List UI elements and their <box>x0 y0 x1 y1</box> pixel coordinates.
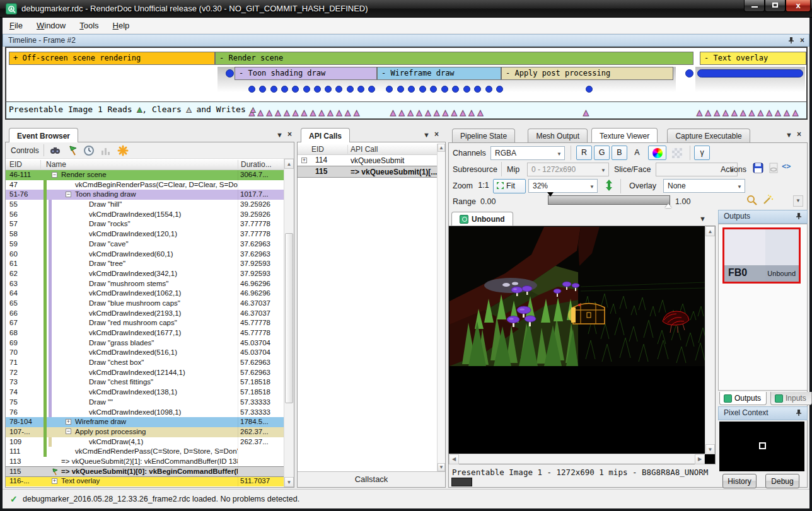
event-row-67[interactable]: 67Draw "red mushroom caps"45.77778 <box>6 318 284 328</box>
panel-close-icon[interactable]: × <box>797 130 801 139</box>
fb0-thumbnail[interactable]: FB0 Unbound <box>722 227 801 284</box>
event-row-59[interactable]: 59Draw "cave"37.62963 <box>6 239 284 250</box>
scroll-left-icon[interactable]: ◀ <box>449 454 459 464</box>
channel-alpha-button[interactable]: A <box>629 146 645 160</box>
event-row-115[interactable]: 115=> vkQueueSubmit(1)[0]: vkBeginComman… <box>6 467 284 477</box>
texture-viewer-canvas[interactable]: ▲ ▼ ◀ ▶ <box>448 226 716 464</box>
menu-tools[interactable]: Tools <box>72 18 105 34</box>
collapse-icon[interactable]: − <box>52 172 57 178</box>
close-button[interactable]: x <box>786 0 811 12</box>
channels-select[interactable]: RGBA▼ <box>490 146 565 160</box>
minimize-button[interactable] <box>744 0 765 12</box>
api-call-row-114[interactable]: 114+vkQueueSubmit <box>298 155 437 166</box>
goto-resource-icon[interactable]: <> <box>782 162 794 175</box>
event-row-75[interactable]: 75Draw ""57.33333 <box>6 398 284 408</box>
event-row-46-111[interactable]: 46-111−Render scene3064.7... <box>6 170 284 180</box>
event-row-74[interactable]: 74vkCmdDrawIndexed(138,1)57.18518 <box>6 388 284 398</box>
event-row-55[interactable]: 55Draw "hill"39.25926 <box>6 200 284 210</box>
scroll-down-icon[interactable]: ▼ <box>438 463 445 471</box>
tab-texture-viewer[interactable]: Texture Viewer <box>591 128 658 142</box>
event-row-78-104[interactable]: 78-104+Wireframe draw1784.5... <box>6 417 284 427</box>
tab-api-calls[interactable]: API Calls <box>301 128 350 142</box>
save-texture-icon[interactable] <box>752 162 765 175</box>
scrollbar-thumb[interactable] <box>285 233 293 403</box>
event-browser-column-header[interactable]: EID Name Duratio... <box>6 159 284 170</box>
collapse-icon[interactable]: − <box>66 428 71 434</box>
event-row-60[interactable]: 60vkCmdDrawIndexed(60,1)37.62963 <box>6 250 284 260</box>
range-max-value[interactable]: 1.00 <box>675 197 690 206</box>
event-row-70[interactable]: 70vkCmdDrawIndexed(516,1)45.03704 <box>6 348 284 358</box>
mip-select[interactable]: 0 - 1272x690▼ <box>527 163 609 176</box>
event-row-116-...[interactable]: 116-...+Text overlay511.7037 <box>6 476 284 486</box>
menu-help[interactable]: Help <box>106 18 137 34</box>
tab-capture-executable[interactable]: Capture Executable <box>667 129 750 142</box>
panel-menu-icon[interactable]: ▼ <box>276 131 283 139</box>
event-row-107-...[interactable]: 107-...−Apply post processing262.37... <box>6 427 284 437</box>
zoom-1to1-button[interactable]: 1:1 <box>475 179 492 193</box>
event-row-51-76[interactable]: 51-76−Toon shading draw1017.7... <box>6 190 284 200</box>
open-link-icon[interactable] <box>768 162 780 175</box>
viewer-vscrollbar[interactable]: ▲ ▼ <box>705 226 715 454</box>
range-white-handle[interactable] <box>665 200 671 208</box>
pin-icon[interactable] <box>796 409 802 418</box>
scroll-up-icon[interactable]: ▲ <box>705 226 715 236</box>
api-calls-scrollbar[interactable]: ▲ ▼ <box>437 144 445 471</box>
event-row-56[interactable]: 56vkCmdDrawIndexed(1554,1)39.25926 <box>6 210 284 220</box>
scroll-right-icon[interactable]: ▶ <box>695 454 705 464</box>
event-browser-scrollbar[interactable]: ▲ ▼ <box>284 159 294 487</box>
scroll-up-icon[interactable]: ▲ <box>438 144 445 152</box>
tab-inputs[interactable]: Inputs <box>770 392 812 405</box>
range-min-value[interactable]: 0.00 <box>480 197 496 206</box>
tab-unbound-texture[interactable]: Unbound <box>451 212 513 226</box>
stats-icon[interactable] <box>99 144 112 157</box>
range-slider[interactable] <box>548 195 670 205</box>
pin-icon[interactable] <box>788 37 794 45</box>
timeline-panel[interactable] <box>5 47 808 102</box>
event-row-64[interactable]: 64vkCmdDrawIndexed(1062,1)46.96296 <box>6 289 284 299</box>
colorwheel-button[interactable] <box>648 146 666 160</box>
gamma-button[interactable]: γ <box>694 146 710 160</box>
flip-y-icon[interactable] <box>604 179 617 192</box>
event-row-73[interactable]: 73Draw "chest fittings"57.18518 <box>6 377 284 388</box>
panel-menu-icon[interactable]: ▼ <box>423 131 430 139</box>
tab-pipeline-state[interactable]: Pipeline State <box>452 129 515 142</box>
event-row-113[interactable]: 113=> vkQueueSubmit(2)[1]: vkEndCommandB… <box>6 457 284 467</box>
event-row-58[interactable]: 58vkCmdDrawIndexed(120,1)37.77778 <box>6 229 284 239</box>
api-call-row-115[interactable]: 115=> vkQueueSubmit(1)[... <box>298 166 437 178</box>
callstack-bar[interactable]: Callstack <box>298 471 445 487</box>
toolbar-overflow-button[interactable]: ▼ <box>793 195 803 207</box>
history-button[interactable]: History <box>722 474 757 488</box>
scroll-up-icon[interactable]: ▲ <box>284 159 294 169</box>
api-calls-column-header[interactable]: EID API Call <box>298 144 437 155</box>
pixel-context-canvas[interactable] <box>719 422 804 471</box>
jump-to-event-icon[interactable] <box>66 144 79 157</box>
channel-green-button[interactable]: G <box>594 146 610 160</box>
tab-outputs[interactable]: Outputs <box>719 392 767 405</box>
time-draws-icon[interactable] <box>83 144 95 157</box>
viewer-hscrollbar[interactable]: ◀ ▶ <box>449 454 705 464</box>
event-row-71[interactable]: 71Draw "chest box"57.62963 <box>6 358 284 368</box>
channel-blue-button[interactable]: B <box>612 146 627 160</box>
menu-file[interactable]: File <box>3 18 30 34</box>
tab-mesh-output[interactable]: Mesh Output <box>528 129 588 142</box>
debug-button[interactable]: Debug <box>765 474 799 488</box>
event-row-62[interactable]: 62vkCmdDrawIndexed(342,1)37.92593 <box>6 269 284 279</box>
event-row-66[interactable]: 66vkCmdDrawIndexed(2193,1)46.37037 <box>6 309 284 319</box>
panel-menu-icon[interactable]: ▼ <box>786 131 792 139</box>
collapse-icon[interactable]: − <box>66 192 71 197</box>
event-row-109[interactable]: 109vkCmdDraw(4,1)262.37... <box>6 437 284 447</box>
panel-close-icon[interactable]: × <box>434 130 439 139</box>
channel-red-button[interactable]: R <box>576 146 592 160</box>
expand-icon[interactable]: + <box>52 478 57 484</box>
overlay-select[interactable]: None▼ <box>663 179 745 193</box>
close-icon[interactable]: × <box>800 37 804 44</box>
event-row-68[interactable]: 68vkCmdDrawIndexed(1677,1)45.77778 <box>6 328 284 338</box>
texture-image[interactable] <box>450 227 706 366</box>
event-row-61[interactable]: 61Draw "tree"37.92593 <box>6 259 284 269</box>
panel-close-icon[interactable]: × <box>287 130 292 139</box>
api-calls-list[interactable]: 114+vkQueueSubmit115=> vkQueueSubmit(1)[… <box>298 155 437 467</box>
tab-event-browser[interactable]: Event Browser <box>9 128 78 142</box>
expand-icon[interactable]: + <box>66 419 71 425</box>
event-row-111[interactable]: 111vkCmdEndRenderPass(C=Store, D=Store, … <box>6 447 284 457</box>
range-black-handle[interactable] <box>547 192 554 200</box>
